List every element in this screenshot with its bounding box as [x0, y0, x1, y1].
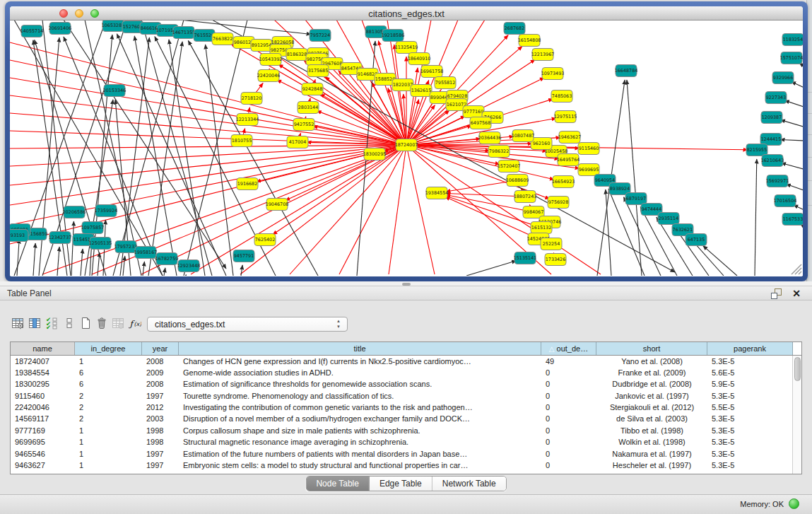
row-selection-button[interactable]: ✔✔✔ [44, 315, 59, 332]
graph-node-label: 9474444 [642, 206, 661, 212]
cell-year: 1997 [142, 448, 179, 460]
cell-year: 2009 [142, 367, 179, 378]
cell-name: 18724007 [11, 356, 75, 367]
table-row[interactable]: 911546021997Tourette syndrome. Phenomeno… [11, 390, 801, 402]
divider-handle[interactable] [402, 283, 411, 286]
column-header-out_degree[interactable]: △out_de… [541, 342, 596, 355]
graph-node-label: 18640910 [408, 56, 431, 62]
graph-node-label: 6497568 [471, 120, 490, 126]
column-header-label: year [153, 344, 167, 353]
cell-year: 1998 [142, 437, 179, 448]
cell-out_degree: 0 [541, 448, 596, 460]
cell-short: Wolkin et al. (1998) [596, 437, 707, 448]
cell-title: Genome-wide association studies in ADHD. [179, 367, 541, 378]
table-settings-button[interactable] [10, 315, 25, 332]
table-row[interactable]: 946554611997Estimation of the future num… [11, 448, 801, 460]
column-header-pagerank[interactable]: pagerank [707, 342, 793, 355]
column-header-year[interactable]: year [142, 342, 179, 355]
graph-node-label: 8912954 [252, 42, 271, 48]
cell-in_degree: 2 [75, 390, 142, 402]
graph-node-label: 9427552 [294, 122, 314, 127]
graph-node-label: 2687682 [505, 25, 524, 31]
graph-node-label: 22420046 [257, 73, 281, 78]
cell-short: Yano et al. (2008) [596, 356, 707, 367]
cell-in_degree: 1 [75, 356, 142, 367]
graph-node-label: 19218586 [382, 33, 405, 38]
cell-name: 22420046 [11, 402, 75, 414]
column-header-short[interactable]: short [596, 342, 707, 355]
graph-node-label: 9227343 [766, 95, 786, 100]
cell-out_degree: 0 [541, 379, 596, 390]
function-builder-button[interactable]: ƒ(x) [127, 315, 143, 332]
graph-edge [33, 243, 35, 276]
cell-year: 1998 [142, 425, 179, 436]
graph-node-label: 18300295 [363, 151, 387, 157]
dropdown-stepper-icon: ▲▼ [335, 318, 342, 329]
cell-out_degree: 0 [541, 390, 596, 402]
network-window-title: citations_edges.txt [10, 8, 803, 19]
delete-table-button[interactable] [94, 315, 110, 332]
close-panel-icon[interactable]: ✕ [792, 286, 801, 300]
float-panel-icon[interactable] [770, 288, 782, 300]
tab-network-table[interactable]: Network Table [433, 477, 506, 491]
cell-name: 18300295 [11, 379, 75, 390]
trash-icon [95, 317, 108, 329]
graph-node-label: 15751074 [780, 55, 803, 61]
table-row[interactable]: 1938455462009Genome-wide association stu… [11, 367, 801, 378]
cell-pagerank: 5.3E-5 [707, 425, 793, 436]
create-table-button[interactable] [78, 315, 93, 332]
graph-edge [141, 21, 212, 276]
green-checks-icon: ✔✔✔ [45, 317, 58, 329]
cell-name: 9463627 [11, 460, 75, 472]
column-header-label: name [33, 344, 52, 353]
table-row[interactable]: 946362711997Embryonic stem cells: a mode… [11, 460, 801, 472]
cell-in_degree: 2 [75, 414, 142, 425]
graph-node-label: 15692971 [766, 178, 789, 184]
graph-node-label: 1615132 [531, 225, 551, 230]
row-height-button[interactable] [61, 315, 77, 332]
table-row[interactable]: 969969511998Structural magnetic resonanc… [11, 437, 801, 448]
table-selector-dropdown[interactable]: citations_edges.txt ▲▼ [147, 317, 348, 332]
graph-edge [782, 163, 803, 170]
cell-title: Corpus callosum shape and size in male p… [179, 425, 541, 436]
column-header-title[interactable]: title [179, 342, 541, 355]
column-header-name[interactable]: name [11, 342, 75, 355]
network-window-titlebar[interactable]: citations_edges.txt [10, 6, 803, 21]
cell-short: Franke et al. (2009) [596, 367, 707, 378]
graph-edge [71, 221, 73, 276]
graph-node-label: 16654923 [552, 179, 575, 185]
graph-node-label: 3175685 [308, 68, 328, 74]
cell-year: 2003 [142, 414, 179, 425]
network-graph-canvas[interactable]: 1872400714055714206914061065328715276028… [10, 21, 803, 276]
stacked-boxes-icon [63, 317, 76, 329]
cell-title: Investigating the contribution of common… [179, 402, 541, 414]
graph-node-label: 417004 [289, 139, 306, 145]
scrollbar-thumb[interactable] [794, 357, 801, 381]
column-header-in_degree[interactable]: in_degree [75, 342, 142, 355]
graph-edge [98, 252, 100, 276]
column-settings-button[interactable] [27, 315, 42, 332]
graph-node-label: 1167533 [783, 216, 803, 222]
resize-grip[interactable] [792, 264, 801, 274]
graph-edge [780, 120, 803, 127]
graph-edge [81, 249, 83, 276]
cell-name: 9777169 [11, 425, 75, 436]
import-table-button [110, 315, 126, 332]
memory-status-label: Memory: OK [740, 500, 784, 508]
graph-edge [755, 159, 757, 276]
table-row[interactable]: 977716911998Corpus callosum shape and si… [11, 425, 801, 436]
table-row[interactable]: 2242004622012Investigating the contribut… [11, 402, 801, 414]
graph-node-label: 9756928 [548, 199, 568, 205]
cell-title: Embryonic stem cells: a model to study s… [179, 460, 541, 472]
table-row[interactable]: 1830029562008Estimation of significance … [11, 379, 801, 390]
table-row[interactable]: 1456911722003Disruption of a novel membe… [11, 414, 801, 425]
graph-node-label: 1916682 [237, 181, 257, 187]
graph-node-label: 7955812 [435, 80, 455, 86]
graph-node-label: 10653287 [102, 23, 125, 28]
table-row[interactable]: 1872400712008Changes of HCN gene express… [11, 356, 801, 367]
table-vertical-scrollbar[interactable] [792, 356, 801, 474]
table-selector-value: citations_edges.txt [155, 320, 225, 329]
graph-node-label: 9457791 [234, 253, 254, 259]
tab-node-table[interactable]: Node Table [306, 477, 370, 491]
tab-edge-table[interactable]: Edge Table [370, 477, 433, 491]
